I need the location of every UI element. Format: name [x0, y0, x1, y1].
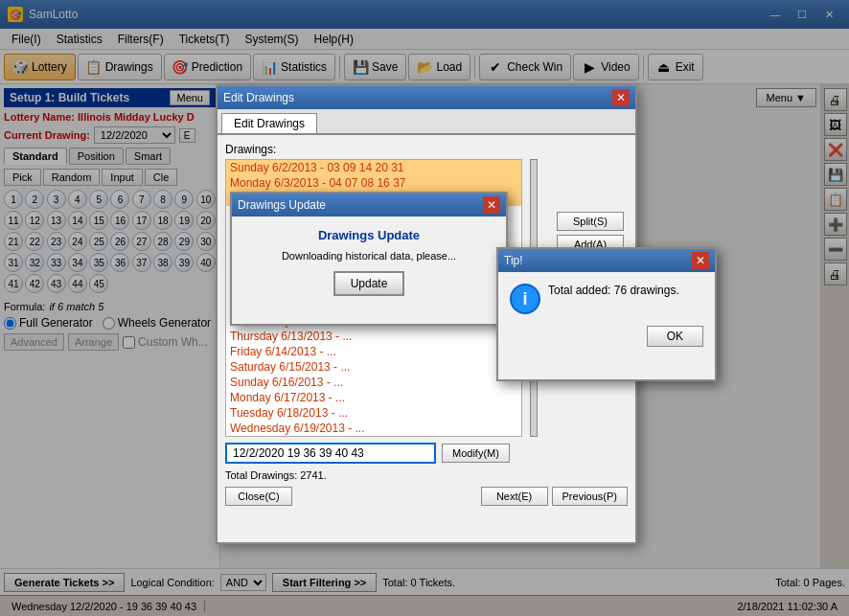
tip-close-btn[interactable]: ✕: [692, 252, 709, 269]
drawing-list-item[interactable]: Thursday 6/13/2013 - ...: [226, 329, 521, 344]
tip-text: Total added: 76 drawings.: [548, 284, 679, 297]
tip-content: i Total added: 76 drawings.: [498, 272, 715, 326]
tip-ok-btn[interactable]: OK: [647, 326, 703, 347]
edit-drawings-title: Edit Drawings: [223, 91, 294, 104]
drawing-list-item[interactable]: Monday 6/3/2013 - 04 07 08 16 37: [226, 175, 521, 191]
current-drawing-input[interactable]: [225, 443, 436, 464]
drawings-label: Drawings:: [225, 143, 628, 156]
tip-title: Tip!: [504, 254, 523, 267]
update-modal-content: Drawings Update Downloading historical d…: [232, 217, 506, 308]
update-btn[interactable]: Update: [333, 271, 405, 296]
drawing-list-item[interactable]: Monday 6/17/2013 - ...: [226, 390, 521, 405]
update-modal-title-bar: Drawings Update ✕: [232, 194, 506, 217]
edit-drawings-close[interactable]: ✕: [612, 89, 630, 106]
edit-drawings-title-bar: Edit Drawings ✕: [218, 86, 635, 109]
modify-btn[interactable]: Modify(M): [442, 444, 510, 463]
drawing-list-item[interactable]: Tuesday 6/18/2013 - ...: [226, 405, 521, 421]
update-modal-close[interactable]: ✕: [483, 196, 500, 214]
drawing-list-item[interactable]: Sunday 6/2/2013 - 03 09 14 20 31: [226, 160, 521, 175]
update-message: Downloading historical data, please...: [243, 250, 494, 262]
drawing-list-item[interactable]: Friday 6/14/2013 - ...: [226, 344, 521, 359]
tip-modal: Tip! ✕ i Total added: 76 drawings. OK: [496, 247, 717, 381]
total-drawings-label: Total Drawings: 2741.: [225, 469, 628, 481]
next-btn[interactable]: Next(E): [481, 487, 548, 506]
edit-drawings-tab-bar: Edit Drawings: [218, 109, 635, 135]
split-btn[interactable]: Split(S): [557, 212, 624, 231]
drawings-update-modal: Drawings Update ✕ Drawings Update Downlo…: [230, 192, 508, 326]
close-drawings-btn[interactable]: Close(C): [225, 487, 292, 506]
update-subtitle: Drawings Update: [243, 228, 494, 242]
previous-btn[interactable]: Previous(P): [552, 487, 628, 506]
update-modal-title: Drawings Update: [238, 198, 326, 212]
edit-drawings-tab[interactable]: Edit Drawings: [221, 113, 317, 133]
drawing-list-item[interactable]: Sunday 6/16/2013 - ...: [226, 375, 521, 390]
drawing-list-item[interactable]: Wednesday 6/19/2013 - ...: [226, 421, 521, 436]
tip-icon: i: [510, 284, 540, 314]
drawing-list-item[interactable]: Thursday 6/20/2013 - ...: [226, 436, 521, 437]
tip-title-bar: Tip! ✕: [498, 249, 715, 272]
drawing-list-item[interactable]: Saturday 6/15/2013 - ...: [226, 359, 521, 375]
